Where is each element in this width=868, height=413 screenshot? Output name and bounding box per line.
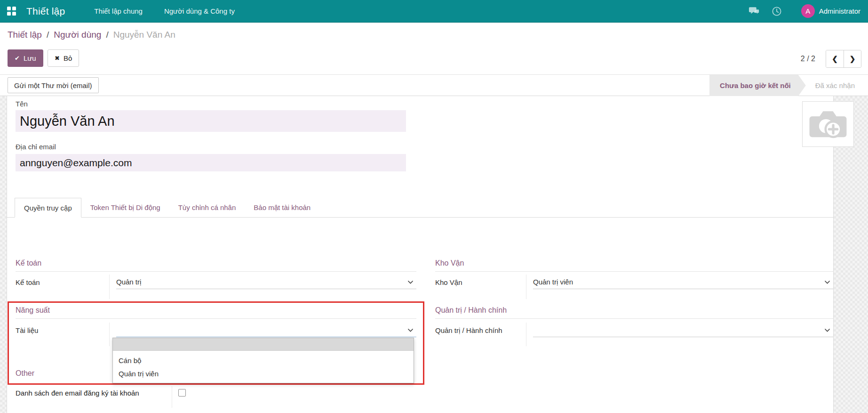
save-button-label: Lưu	[24, 54, 36, 62]
profile-image-upload[interactable]	[802, 101, 854, 147]
section-administration-title: Quản trị / Hành chính	[435, 306, 833, 319]
breadcrumb-users[interactable]: Người dùng	[54, 30, 101, 40]
chevron-right-icon: ❯	[850, 55, 856, 63]
topbar-right: A Administrator	[749, 4, 860, 18]
dropdown-option-officer[interactable]: Cán bộ	[113, 354, 414, 367]
tab-access-rights[interactable]: Quyền truy cập	[15, 198, 81, 218]
section-accounting-title: Kế toán	[16, 259, 416, 272]
pager-buttons: ❮ ❯	[826, 50, 861, 68]
email-input[interactable]: annguyen@example.com	[16, 154, 406, 171]
accounting-select-value: Quản trị	[116, 278, 141, 286]
camera-plus-icon	[807, 107, 849, 142]
chevron-down-icon	[407, 328, 414, 332]
activities-clock-icon[interactable]	[771, 6, 782, 17]
dropdown-option-empty[interactable]	[113, 338, 414, 351]
pager-previous-button[interactable]: ❮	[826, 50, 844, 67]
field-separator	[109, 275, 110, 299]
documents-select[interactable]	[116, 323, 416, 337]
send-invitation-button[interactable]: Gửi một Thư mời (email)	[8, 77, 99, 93]
breadcrumb-current-record: Nguyễn Văn An	[113, 30, 175, 40]
pager-next-button[interactable]: ❯	[844, 50, 861, 67]
top-navbar: Thiết lập Thiết lập chung Người dùng & C…	[0, 0, 868, 23]
status-confirmed[interactable]: Đã xác nhận	[806, 75, 861, 96]
chevron-down-icon	[824, 328, 830, 332]
accounting-field-label: Kế toán	[16, 278, 40, 286]
documents-field-label: Tài liệu	[16, 326, 38, 334]
chevron-down-icon	[407, 280, 414, 284]
breadcrumb: Thiết lập / Người dùng / Nguyễn Văn An	[8, 23, 175, 47]
section-other-title: Other	[16, 369, 110, 381]
cross-icon: ✖	[55, 55, 60, 62]
app-name[interactable]: Thiết lập	[26, 6, 65, 17]
email-blacklist-label: Danh sách đen email đăng ký tài khoản	[16, 389, 139, 397]
top-menu: Thiết lập chung Người dùng & Công ty	[94, 7, 235, 15]
menu-general-settings[interactable]: Thiết lập chung	[94, 7, 143, 15]
breadcrumb-settings[interactable]: Thiết lập	[8, 30, 42, 40]
statusbar-steps: Chưa bao giờ kết nối Đã xác nhận	[709, 75, 861, 96]
notebook-tabs: Quyền truy cập Token Thiết bị Di động Tù…	[7, 198, 834, 218]
inventory-select-value: Quản trị viên	[533, 278, 573, 286]
chevron-down-icon	[824, 280, 830, 284]
status-inactive-label: Đã xác nhận	[815, 81, 855, 89]
accounting-select[interactable]: Quản trị	[116, 275, 416, 289]
user-menu[interactable]: Administrator	[819, 7, 860, 15]
tab-mobile-device-token[interactable]: Token Thiết bị Di động	[81, 198, 169, 217]
invite-button-label: Gửi một Thư mời (email)	[14, 81, 92, 89]
status-active-label: Chưa bao giờ kết nối	[720, 81, 791, 89]
breadcrumb-separator: /	[106, 30, 108, 40]
menu-users-companies[interactable]: Người dùng & Công ty	[164, 7, 235, 15]
discard-button[interactable]: ✖ Bỏ	[48, 49, 79, 67]
name-field-label: Tên	[16, 100, 28, 108]
tab-preferences[interactable]: Tùy chỉnh cá nhân	[169, 198, 245, 217]
breadcrumb-separator: /	[47, 30, 49, 40]
dropdown-option-administrator[interactable]: Quản trị viên	[113, 367, 414, 381]
inventory-select[interactable]: Quản trị viên	[533, 275, 833, 289]
email-blacklist-checkbox[interactable]	[178, 389, 186, 397]
documents-select-dropdown: Cán bộ Quản trị viên	[112, 338, 414, 383]
background-texture-left	[0, 96, 7, 413]
odoo-settings-user-form: Thiết lập Thiết lập chung Người dùng & C…	[0, 0, 868, 413]
pager-count: 2 / 2	[801, 55, 815, 63]
section-productivity-title: Năng suất	[16, 306, 416, 319]
status-row: Gửi một Thư mời (email) Chưa bao giờ kết…	[0, 74, 868, 96]
section-inventory-title: Kho Vận	[435, 259, 833, 272]
inventory-field-label: Kho Vận	[435, 278, 462, 286]
field-separator	[526, 275, 526, 299]
tab-account-security[interactable]: Bảo mật tài khoản	[245, 198, 319, 217]
record-pager: 2 / 2 ❮ ❯	[801, 50, 861, 68]
chevron-left-icon: ❮	[832, 55, 838, 63]
check-icon: ✔	[15, 55, 20, 62]
administration-select[interactable]	[533, 323, 833, 337]
field-separator	[526, 323, 526, 346]
discard-button-label: Bỏ	[64, 54, 72, 62]
status-never-connected[interactable]: Chưa bao giờ kết nối	[709, 75, 806, 96]
field-separator	[109, 323, 110, 346]
name-input[interactable]: Nguyễn Văn An	[16, 110, 406, 132]
field-separator	[172, 386, 172, 408]
user-avatar[interactable]: A	[801, 4, 815, 18]
apps-grid-icon[interactable]	[7, 7, 16, 16]
administration-field-label: Quản trị / Hành chính	[435, 326, 502, 334]
email-field-label: Địa chỉ email	[16, 143, 56, 151]
avatar-initial: A	[805, 7, 810, 15]
save-button[interactable]: ✔ Lưu	[8, 49, 43, 67]
messages-icon[interactable]	[749, 6, 760, 17]
